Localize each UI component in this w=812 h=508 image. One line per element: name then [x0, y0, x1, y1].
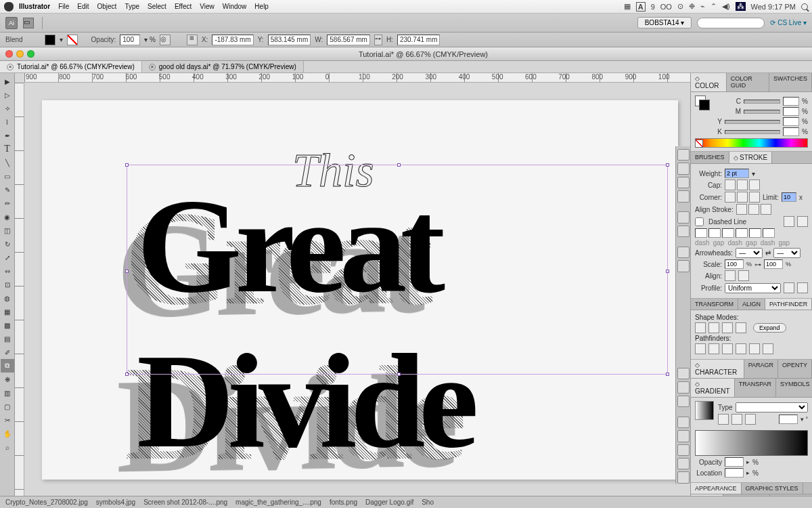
color-spectrum[interactable]: [695, 138, 808, 148]
y-value[interactable]: [783, 117, 799, 126]
profile-select[interactable]: Uniform: [725, 283, 781, 293]
arrow-end[interactable]: —: [773, 248, 800, 258]
taskbar-item[interactable]: Sho: [422, 499, 434, 506]
h-field[interactable]: 230.741 mm: [397, 35, 441, 45]
limit-field[interactable]: [782, 192, 796, 202]
arrow-scale1[interactable]: [725, 259, 744, 269]
tab-color[interactable]: ◇ COLOR: [691, 73, 727, 91]
dock-icon[interactable]: [677, 471, 690, 483]
c-slider[interactable]: [744, 100, 780, 104]
hand-tool-icon[interactable]: ✋: [1, 427, 14, 440]
stroke-none[interactable]: [67, 35, 78, 45]
unite-icon[interactable]: [695, 322, 706, 333]
cap-round-icon[interactable]: [737, 179, 748, 190]
gradient-swatch[interactable]: [695, 401, 714, 420]
workspace-switcher[interactable]: BOBSTA14 ▾: [637, 17, 692, 28]
doc-tab[interactable]: ×Tutorial.ai* @ 66.67% (CMYK/Preview): [0, 61, 142, 72]
registration-point-icon[interactable]: ⊞: [187, 35, 198, 45]
stroke-grad-icon[interactable]: [745, 414, 756, 425]
link-icon[interactable]: ⊶: [754, 261, 761, 268]
line-tool-icon[interactable]: ╲: [1, 156, 14, 169]
minus-front-icon[interactable]: [708, 322, 719, 333]
gradient-tool-icon[interactable]: ▤: [1, 332, 14, 345]
flip-icon[interactable]: [784, 282, 794, 293]
taskbar-item[interactable]: Crypto_Notes_2708002.jpg: [5, 499, 88, 506]
dock-icon[interactable]: [677, 149, 690, 161]
cap-butt-icon[interactable]: [725, 179, 736, 190]
dock-icon[interactable]: [677, 444, 690, 456]
weight-stepper[interactable]: ▾: [752, 170, 755, 177]
ruler-vertical[interactable]: [15, 83, 24, 496]
close-tab-icon[interactable]: ×: [149, 64, 156, 70]
taskbar-item[interactable]: Dagger Logo.gif: [365, 499, 413, 506]
dash-align-icon[interactable]: [797, 216, 808, 227]
dock-icon[interactable]: [677, 430, 690, 442]
dock-icon[interactable]: [677, 226, 690, 237]
tab-stroke[interactable]: ◇ STROKE: [729, 152, 773, 163]
stroke-dropdown[interactable]: ▾: [60, 36, 63, 43]
tab-graphic-styles[interactable]: GRAPHIC STYLES: [742, 483, 803, 494]
expand-button[interactable]: Expand: [753, 323, 786, 333]
bridge-icon[interactable]: ▭: [23, 18, 34, 28]
volume-icon[interactable]: ◀): [722, 2, 730, 11]
arrow-align-icon[interactable]: [725, 270, 736, 281]
close-window-button[interactable]: [5, 50, 13, 58]
y-slider[interactable]: [725, 120, 780, 124]
rotate-tool-icon[interactable]: ↻: [1, 237, 14, 251]
divide-icon[interactable]: [695, 343, 706, 354]
menu-view[interactable]: View: [200, 3, 215, 10]
dock-icon[interactable]: [677, 396, 690, 407]
artwork[interactable]: This Great Divide Great Divide Great Div…: [137, 127, 690, 478]
tray-icon[interactable]: ❉: [689, 2, 695, 11]
perspective-tool-icon[interactable]: ▦: [1, 305, 14, 318]
align-center-icon[interactable]: [736, 204, 747, 215]
free-transform-tool-icon[interactable]: ⊡: [1, 278, 14, 291]
apple-menu-icon[interactable]: [4, 2, 14, 12]
type-tool-icon[interactable]: T: [1, 142, 14, 156]
tab-gradient[interactable]: ◇ GRADIENT: [691, 379, 735, 397]
menu-file[interactable]: File: [58, 3, 69, 10]
exclude-icon[interactable]: [736, 322, 746, 333]
bluetooth-icon[interactable]: ⌁: [700, 2, 705, 11]
canvas[interactable]: 9008007006005004003002001000100200300400…: [15, 73, 690, 496]
selection-tool-icon[interactable]: ▶: [1, 75, 14, 88]
flag-icon[interactable]: ⁂: [736, 2, 746, 11]
y-field[interactable]: 583.145 mm: [268, 35, 311, 45]
dock-icon[interactable]: [677, 417, 690, 428]
menu-window[interactable]: Window: [223, 3, 247, 10]
tab-transform[interactable]: TRANSFORM: [691, 299, 738, 310]
merge-icon[interactable]: [722, 343, 733, 354]
lasso-tool-icon[interactable]: ⌇: [1, 115, 14, 129]
k-slider[interactable]: [725, 130, 780, 134]
gradient-ramp[interactable]: [695, 430, 808, 456]
crop-icon[interactable]: [736, 343, 746, 354]
tab-swatches[interactable]: SWATCHES: [769, 73, 812, 91]
blend-tool-icon[interactable]: ⧉: [1, 359, 14, 373]
intersect-icon[interactable]: [722, 322, 733, 333]
clock[interactable]: Wed 9:17 PM: [751, 3, 796, 11]
menu-edit[interactable]: Edit: [77, 3, 89, 10]
dash-align-icon[interactable]: [784, 216, 794, 227]
rectangle-tool-icon[interactable]: ▭: [1, 169, 14, 183]
eraser-tool-icon[interactable]: ◫: [1, 224, 14, 237]
taskbar-item[interactable]: Screen shot 2012-08-....png: [143, 499, 227, 506]
dash-field[interactable]: [695, 228, 707, 238]
opacity-field[interactable]: 100: [120, 35, 140, 45]
arrow-align-icon[interactable]: [738, 270, 749, 281]
direct-selection-tool-icon[interactable]: ▷: [1, 88, 14, 102]
tray-icon[interactable]: ⊙: [677, 2, 683, 11]
constrain-icon[interactable]: ⊶: [374, 35, 382, 45]
minimize-window-button[interactable]: [16, 50, 24, 58]
dock-icon[interactable]: [677, 211, 690, 223]
dashed-checkbox[interactable]: [695, 217, 704, 226]
menu-effect[interactable]: Effect: [175, 3, 191, 10]
tray-icon[interactable]: 9: [651, 3, 655, 11]
tray-icon[interactable]: ▦: [624, 2, 631, 11]
spotlight-icon[interactable]: [801, 3, 808, 10]
taskbar-item[interactable]: fonts.png: [330, 499, 357, 506]
doc-tab[interactable]: ×good old days.ai* @ 71.97% (CMYK/Previe…: [142, 61, 304, 72]
close-tab-icon[interactable]: ×: [7, 64, 14, 70]
zoom-window-button[interactable]: [27, 50, 35, 58]
k-value[interactable]: [783, 127, 799, 136]
cs-live-button[interactable]: ⟳ CS Live ▾: [770, 19, 807, 26]
